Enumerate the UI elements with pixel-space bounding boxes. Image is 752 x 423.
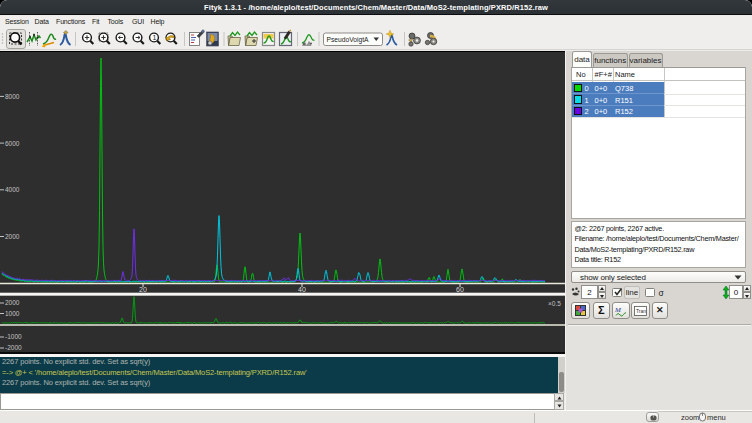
svg-text:2000: 2000 [5, 299, 20, 306]
svg-text:PseudoVoigtA: PseudoVoigtA [327, 36, 369, 44]
svg-text:6000: 6000 [5, 140, 20, 147]
svg-text:4000: 4000 [5, 186, 20, 193]
svg-text:Tran: Tran [636, 308, 646, 314]
svg-text:1: 1 [153, 34, 157, 41]
svg-text:-1000: -1000 [5, 333, 22, 340]
svg-text:M: M [615, 306, 622, 314]
svg-text:1000: 1000 [5, 310, 20, 317]
svg-text:-2000: -2000 [5, 344, 22, 351]
svg-text:2000: 2000 [5, 233, 20, 240]
svg-text:×0.5: ×0.5 [548, 300, 561, 307]
svg-text:8000: 8000 [5, 93, 20, 100]
